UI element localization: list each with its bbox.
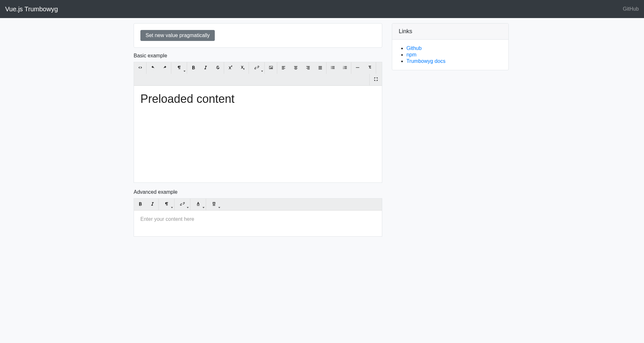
strikethrough-icon: [215, 65, 221, 72]
redo-button[interactable]: [159, 62, 171, 74]
redo-icon: [162, 65, 168, 72]
italic-icon: [150, 201, 155, 208]
subscript-icon: [240, 65, 245, 72]
image-icon: [268, 65, 274, 72]
link-icon: [180, 201, 185, 208]
align-right-icon: [305, 65, 311, 72]
basic-example-title: Basic example: [134, 53, 382, 59]
pilcrow-icon: [176, 65, 182, 72]
superscript-icon: [228, 65, 233, 72]
backcolor-dropdown[interactable]: [206, 199, 222, 210]
pilcrow-icon: [164, 201, 169, 208]
remove-format-button[interactable]: [364, 62, 376, 74]
remove-format-icon: [367, 65, 373, 72]
horizontal-rule-button[interactable]: [351, 62, 364, 74]
adv-bold-button[interactable]: [134, 199, 146, 210]
links-header: Links: [392, 24, 508, 40]
adv-italic-button[interactable]: [146, 199, 158, 210]
basic-editor-content[interactable]: Preloaded content: [134, 86, 382, 182]
superscript-button[interactable]: [224, 62, 236, 74]
adv-link-dropdown[interactable]: [175, 199, 190, 210]
ordered-list-button[interactable]: [339, 62, 351, 74]
horizontal-rule-icon: [355, 65, 360, 72]
unordered-list-icon: [330, 65, 336, 72]
subscript-button[interactable]: [236, 62, 249, 74]
link-dropdown[interactable]: [249, 62, 264, 74]
formatting-dropdown[interactable]: [171, 62, 187, 74]
set-value-button[interactable]: Set new value pragmatically: [140, 30, 215, 41]
advanced-example-title: Advanced example: [134, 189, 382, 195]
align-justify-icon: [317, 65, 323, 72]
action-card: Set new value pragmatically: [134, 23, 382, 48]
link-github[interactable]: Github: [406, 45, 421, 51]
svg-point-0: [331, 66, 331, 67]
links-card: Links Github npm Trumbowyg docs: [392, 23, 509, 70]
strikethrough-button[interactable]: [212, 62, 224, 74]
link-trumbowyg-docs[interactable]: Trumbowyg docs: [406, 58, 445, 64]
backcolor-icon: [211, 201, 217, 208]
justify-right-button[interactable]: [302, 62, 314, 74]
align-center-icon: [293, 65, 298, 72]
navbar-brand: Vue.js Trumbowyg: [5, 5, 58, 13]
justify-full-button[interactable]: [314, 62, 326, 74]
github-link[interactable]: GitHub: [623, 6, 639, 12]
justify-center-button[interactable]: [289, 62, 302, 74]
bold-icon: [191, 65, 196, 72]
svg-point-1: [331, 67, 331, 68]
bold-button[interactable]: [187, 62, 199, 74]
ordered-list-icon: [342, 65, 348, 72]
undo-button[interactable]: [147, 62, 159, 74]
advanced-editor: Enter your content here: [134, 198, 382, 237]
justify-left-button[interactable]: [277, 62, 289, 74]
navbar: Vue.js Trumbowyg GitHub: [0, 0, 644, 18]
italic-button[interactable]: [199, 62, 212, 74]
italic-icon: [203, 65, 208, 72]
adv-formatting-dropdown[interactable]: [159, 199, 174, 210]
insert-image-button[interactable]: [265, 62, 277, 74]
editor-placeholder: Enter your content here: [140, 216, 194, 222]
links-list: Github npm Trumbowyg docs: [399, 45, 502, 64]
link-npm[interactable]: npm: [406, 52, 416, 57]
advanced-toolbar: [134, 199, 382, 211]
link-icon: [254, 65, 260, 72]
view-html-button[interactable]: [134, 62, 146, 74]
basic-editor: Preloaded content: [134, 62, 382, 183]
unordered-list-button[interactable]: [327, 62, 339, 74]
basic-toolbar: [134, 62, 382, 86]
bold-icon: [137, 201, 143, 208]
forecolor-dropdown[interactable]: [190, 199, 206, 210]
fullscreen-icon: [373, 76, 379, 83]
forecolor-icon: [195, 201, 201, 208]
fullscreen-button[interactable]: [370, 74, 382, 85]
editor-heading: Preloaded content: [140, 92, 375, 106]
undo-icon: [150, 65, 156, 72]
svg-point-2: [331, 68, 331, 69]
align-left-icon: [281, 65, 286, 72]
code-icon: [137, 65, 143, 72]
advanced-editor-content[interactable]: Enter your content here: [134, 211, 382, 236]
